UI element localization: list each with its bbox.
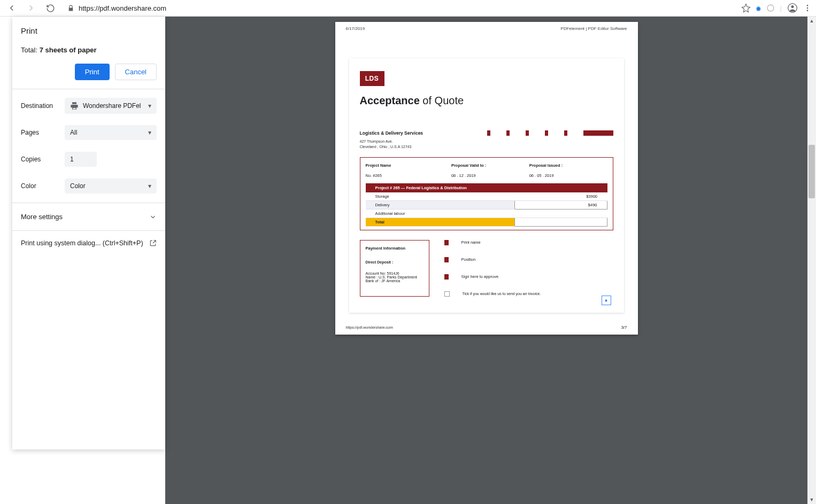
color-label: Color — [21, 182, 65, 190]
system-dialog-link[interactable]: Print using system dialog... (Ctrl+Shift… — [12, 230, 165, 255]
scrollbar-vertical[interactable]: ▲ ▼ — [807, 17, 816, 504]
profile-icon[interactable] — [787, 3, 798, 13]
chevron-down-icon: ▾ — [148, 129, 151, 136]
svg-point-4 — [807, 7, 809, 9]
pages-value: All — [70, 129, 77, 136]
chevron-down-icon: ▾ — [148, 102, 151, 110]
signature-column: Print name Position Sign here to approve… — [444, 240, 613, 297]
color-select[interactable]: Color ▾ — [65, 179, 157, 193]
pay-line: Bank of : JF America — [366, 279, 424, 283]
print-total: Total: 7 sheets of paper — [21, 46, 157, 54]
total-label: Total — [366, 218, 515, 226]
back-button[interactable] — [4, 1, 19, 15]
extension-icon-2[interactable] — [766, 4, 775, 12]
system-dialog-label: Print using system dialog... (Ctrl+Shift… — [21, 239, 143, 247]
bullet-icon — [444, 257, 449, 262]
item-amount: $490 — [514, 200, 607, 209]
destination-label: Destination — [21, 102, 65, 110]
chevron-down-icon: ▾ — [148, 182, 151, 190]
issued-value: 06 . 05 . 2019 — [529, 173, 607, 178]
lock-icon — [67, 5, 74, 12]
print-dialog-title: Print — [21, 26, 157, 35]
project-no: No. #265 — [366, 173, 451, 178]
checkbox-icon — [444, 291, 450, 297]
print-button[interactable]: Print — [75, 64, 110, 80]
open-external-icon — [149, 239, 157, 247]
valid-label: Proposal Valid to : — [451, 163, 529, 168]
decorative-squares — [487, 130, 613, 136]
company-name: Logistics & Delivery Services — [360, 130, 424, 136]
item-amount — [514, 209, 607, 218]
svg-point-5 — [807, 10, 809, 11]
reload-button[interactable] — [43, 1, 58, 15]
more-settings-toggle[interactable]: More settings — [12, 203, 165, 230]
project-name-label: Project Name — [366, 163, 451, 168]
url-text: https://pdf.wondershare.com — [79, 4, 166, 12]
scroll-thumb[interactable] — [809, 145, 815, 198]
company-address: 427 Thompson Ave. Cleveland , Ohio , U.S… — [360, 139, 613, 150]
bullet-icon — [444, 274, 449, 280]
total-amount — [514, 218, 607, 226]
proposal-box: Project Name Proposal Valid to : Proposa… — [360, 157, 613, 230]
pay-line: Account No: 5914J6 — [366, 272, 424, 275]
page-header-date: 6/17/2019 — [346, 26, 365, 33]
menu-icon[interactable] — [803, 4, 812, 12]
scroll-down-icon[interactable]: ▼ — [807, 495, 816, 504]
payment-box: Payment Information Direct Deposit : Acc… — [360, 240, 429, 297]
address-bar[interactable]: https://pdf.wondershare.com — [62, 4, 737, 12]
addr-line-2: Cleveland , Ohio , U.S.A 12743 — [360, 144, 613, 150]
sign-here-label: Sign here to approve — [461, 274, 499, 279]
table-row: Storage$3900 — [366, 192, 607, 201]
table-row: Additional labour — [366, 209, 607, 218]
project-bar: Project # 265 — Federal Logistics & Dist… — [366, 183, 607, 192]
print-dialog: Print Total: 7 sheets of paper Print Can… — [12, 17, 165, 449]
total-value: 7 sheets of paper — [40, 46, 97, 54]
addr-line-1: 427 Thompson Ave. — [360, 139, 613, 144]
total-prefix: Total: — [21, 46, 40, 54]
svg-point-0 — [767, 5, 774, 11]
valid-value: 08 . 12 . 2019 — [451, 173, 529, 178]
doc-title-rest: of Quote — [420, 95, 464, 106]
bullet-icon — [444, 240, 449, 245]
footer-url: https://pdf.wondershare.com — [335, 323, 404, 331]
forward-button[interactable] — [24, 1, 39, 15]
copies-value: 1 — [70, 156, 74, 163]
copies-label: Copies — [21, 156, 65, 163]
table-row: Delivery$490 — [366, 200, 607, 209]
svg-point-3 — [807, 5, 809, 6]
copies-input[interactable]: 1 — [65, 152, 97, 167]
scroll-to-top-icon[interactable]: ▲ — [602, 296, 611, 305]
page-header-title: PDFelement | PDF Editor Software — [561, 26, 627, 33]
document-title: Acceptance of Quote — [360, 95, 613, 107]
scroll-up-icon[interactable]: ▲ — [807, 17, 816, 25]
svg-point-2 — [791, 5, 794, 8]
position-label: Position — [461, 257, 476, 262]
line-items-table: Storage$3900 Delivery$490 Additional lab… — [366, 192, 607, 227]
browser-toolbar: https://pdf.wondershare.com ◉ | — [0, 0, 816, 17]
table-row-total: Total — [366, 218, 607, 226]
logo: LDS — [360, 71, 384, 86]
issued-label: Proposal Issued : — [529, 163, 607, 168]
item-label: Delivery — [366, 200, 515, 209]
color-value: Color — [70, 182, 86, 190]
cancel-button[interactable]: Cancel — [115, 64, 157, 80]
pages-label: Pages — [21, 129, 65, 136]
pages-select[interactable]: All ▾ — [65, 125, 157, 140]
item-label: Additional labour — [366, 209, 515, 218]
destination-value: Wondershare PDFel — [83, 102, 141, 110]
chevron-down-icon — [149, 213, 157, 221]
more-settings-label: More settings — [21, 213, 63, 221]
printer-icon — [70, 102, 79, 110]
doc-title-bold: Acceptance — [360, 95, 420, 106]
tick-label: Tick if you would like us to send you an… — [463, 292, 541, 296]
item-amount: $3900 — [514, 192, 607, 201]
page-number: 3/7 — [621, 325, 637, 330]
preview-page: 6/17/2019 PDFelement | PDF Editor Softwa… — [335, 22, 638, 335]
destination-select[interactable]: Wondershare PDFel ▾ — [65, 98, 157, 114]
star-icon[interactable] — [741, 3, 751, 13]
extension-icon-1[interactable]: ◉ — [756, 5, 761, 11]
chrome-actions: ◉ | — [741, 3, 812, 13]
item-label: Storage — [366, 192, 515, 201]
preview-backdrop[interactable]: 6/17/2019 PDFelement | PDF Editor Softwa… — [165, 17, 807, 504]
print-name-label: Print name — [461, 240, 481, 245]
